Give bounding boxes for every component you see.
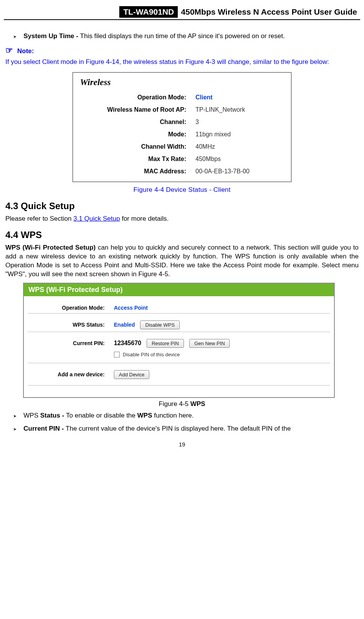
value-root-ap: TP-LINK_Network: [195, 106, 245, 113]
add-device-button[interactable]: Add Device: [114, 370, 149, 379]
wps-row-add: Add a new device: Add Device: [28, 365, 330, 380]
section-4-4-heading: 4.4 WPS: [5, 230, 359, 240]
sec44-bold: WPS (Wi-Fi Protected Setup): [5, 244, 98, 251]
bullet-text: Current PIN - The current value of the d…: [23, 425, 291, 433]
disable-pin-row: Disable PIN of this device: [114, 352, 330, 357]
disable-pin-label: Disable PIN of this device: [123, 352, 180, 357]
section-4-4-body: WPS (Wi-Fi Protected Setup) can help you…: [5, 243, 359, 279]
b1-bold: Status -: [40, 412, 66, 419]
wps-panel-header: WPS (Wi-Fi Protected Setup): [24, 283, 334, 296]
sec43-before: Please refer to Section: [5, 215, 73, 222]
divider: [28, 363, 330, 363]
value-mac: 00-0A-EB-13-7B-00: [195, 168, 250, 175]
row-channel: Channel: 3: [78, 116, 286, 128]
wps-value-pin: 12345670: [114, 340, 141, 347]
fig45-a: Figure 4-5: [159, 400, 190, 408]
figure-4-4-caption: Figure 4-4 Device Status - Client: [5, 186, 359, 194]
bullet-text: System Up Time - This filed displays the…: [23, 32, 285, 40]
gen-new-pin-button[interactable]: Gen New PIN: [189, 339, 230, 348]
bullet-current-pin: ➤ Current PIN - The current value of the…: [13, 425, 359, 433]
label-mode: Mode:: [78, 131, 195, 138]
b2-text: The current value of the device's PIN is…: [66, 425, 291, 432]
row-operation-mode: Operation Mode: Client: [78, 91, 286, 104]
page-header: TL-WA901ND 450Mbps Wireless N Access Poi…: [4, 4, 360, 20]
model-badge: TL-WA901ND: [119, 6, 178, 18]
wps-label-pin: Current PIN:: [28, 340, 114, 346]
b1-pre: WPS: [23, 412, 40, 419]
fig45-b: WPS: [190, 400, 205, 408]
disable-pin-checkbox[interactable]: [114, 352, 120, 357]
b1-bold2: WPS: [137, 412, 152, 419]
figure-4-5-box: WPS (Wi-Fi Protected Setup) Operation Mo…: [23, 283, 335, 398]
wps-value-status: Enabled: [114, 322, 135, 328]
sec43-after: for more details.: [120, 215, 169, 222]
page-number: 19: [5, 441, 359, 448]
row-max-tx: Max Tx Rate: 450Mbps: [78, 153, 286, 165]
value-channel: 3: [195, 119, 199, 126]
note-body: If you select Client mode in Figure 4-14…: [5, 58, 359, 67]
label-channel: Channel:: [78, 119, 195, 126]
wps-value-opmode: Access Point: [114, 305, 148, 311]
link-3-1-quick-setup[interactable]: 3.1 Quick Setup: [73, 215, 120, 222]
row-mode: Mode: 11bgn mixed: [78, 128, 286, 141]
wps-row-opmode: Operation Mode: Access Point: [28, 299, 330, 312]
restore-pin-button[interactable]: Restore PIN: [147, 339, 184, 348]
value-max-tx: 450Mbps: [195, 156, 221, 163]
bullet-text: WPS Status - To enable or disable the WP…: [23, 412, 194, 419]
bullet-rest: This filed displays the run time of the …: [80, 32, 285, 40]
b1-text2: function here.: [152, 412, 194, 419]
pointing-hand-icon: ☞: [5, 45, 13, 55]
figure-4-4-box: Wireless Operation Mode: Client Wireless…: [72, 72, 292, 182]
section-4-3-heading: 4.3 Quick Setup: [5, 201, 359, 211]
label-mac: MAC Address:: [78, 168, 195, 175]
guide-title: 450Mbps Wireless N Access Point User Gui…: [181, 7, 357, 17]
note-heading: ☞ Note:: [5, 45, 359, 55]
value-mode: 11bgn mixed: [195, 131, 231, 138]
section-4-3-body: Please refer to Section 3.1 Quick Setup …: [5, 215, 359, 223]
label-root-ap: Wireless Name of Root AP:: [78, 106, 195, 113]
divider: [28, 385, 330, 386]
bullet-system-up-time: ➤ System Up Time - This filed displays t…: [13, 32, 359, 40]
row-channel-width: Channel Width: 40MHz: [78, 141, 286, 153]
wireless-heading: Wireless: [80, 77, 286, 87]
row-root-ap: Wireless Name of Root AP: TP-LINK_Networ…: [78, 104, 286, 116]
label-operation-mode: Operation Mode:: [78, 94, 195, 101]
value-channel-width: 40MHz: [195, 143, 215, 150]
chevron-icon: ➤: [13, 34, 17, 39]
value-operation-mode: Client: [195, 94, 212, 101]
bullet-wps-status: ➤ WPS Status - To enable or disable the …: [13, 412, 359, 419]
label-channel-width: Channel Width:: [78, 143, 195, 150]
b2-bold: Current PIN -: [23, 425, 66, 432]
wps-label-add: Add a new device:: [28, 371, 114, 377]
bullet-bold: System Up Time -: [23, 32, 80, 40]
wps-row-status: WPS Status: Enabled Disable WPS: [28, 315, 330, 330]
b1-text: To enable or disable the: [66, 412, 137, 419]
row-mac: MAC Address: 00-0A-EB-13-7B-00: [78, 165, 286, 178]
wps-row-pin: Current PIN: 12345670 Restore PIN Gen Ne…: [28, 334, 330, 349]
disable-wps-button[interactable]: Disable WPS: [140, 320, 180, 329]
chevron-icon: ➤: [13, 427, 17, 432]
chevron-icon: ➤: [13, 414, 17, 419]
note-label: Note:: [17, 47, 34, 55]
figure-4-5-caption: Figure 4-5 WPS: [5, 400, 359, 408]
divider: [28, 332, 330, 332]
divider: [28, 313, 330, 314]
wps-label-opmode: Operation Mode:: [28, 305, 114, 311]
label-max-tx: Max Tx Rate:: [78, 156, 195, 163]
wps-label-status: WPS Status:: [28, 322, 114, 328]
